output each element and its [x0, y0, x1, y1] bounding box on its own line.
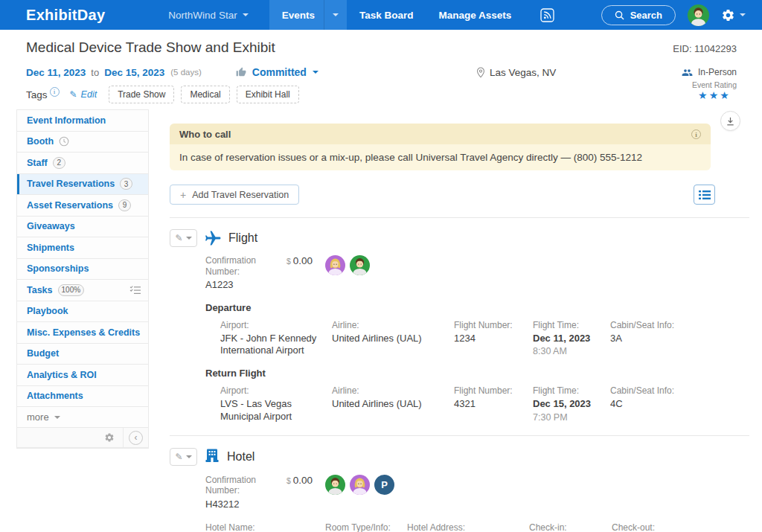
avatar-initial[interactable]: P [374, 475, 394, 495]
tab-task-board[interactable]: Task Board [347, 0, 426, 30]
workspace-name: NorthWind Star [168, 10, 237, 21]
sidebar-item-attachments[interactable]: Attachments [17, 386, 148, 408]
user-avatar[interactable] [688, 4, 709, 26]
field-value: LVS - Las Vegas Municipal Airport [220, 398, 321, 423]
avatar-woman[interactable] [325, 255, 345, 275]
sidebar-item-shipments[interactable]: Shipments [17, 237, 148, 259]
hotel-edit-button[interactable]: ✎ [170, 448, 197, 466]
info-icon[interactable]: i [50, 87, 60, 97]
list-view-button[interactable] [694, 185, 715, 205]
status-label: Committed [252, 66, 307, 78]
info-icon[interactable]: i [691, 129, 701, 139]
sidebar-settings-button[interactable] [104, 432, 115, 443]
confirmation-label: Confirmation Number: [205, 255, 286, 277]
currency-symbol: $ [286, 476, 291, 485]
search-button[interactable]: Search [601, 5, 676, 25]
end-date-link[interactable]: Dec 15, 2023 [104, 67, 164, 78]
feed-icon[interactable] [540, 0, 554, 30]
confirmation-label: Confirmation Number: [205, 475, 286, 496]
reservation-title: Hotel [227, 450, 254, 464]
checklist-icon[interactable] [129, 285, 141, 295]
sidebar-item-analytics-roi[interactable]: Analytics & ROI [17, 365, 148, 386]
sidebar-item-asset-reservations[interactable]: Asset Reservations 9 [17, 195, 148, 217]
start-date-link[interactable]: Dec 11, 2023 [26, 67, 86, 78]
add-travel-reservation-button[interactable]: + Add Travel Reservation [170, 185, 299, 205]
sidebar-footer: ‹ [17, 428, 148, 448]
workspace-selector[interactable]: NorthWind Star [168, 0, 248, 30]
field-label: Flight Time: [533, 385, 600, 397]
collapse-arrow-icon: ‹ [129, 431, 143, 445]
field-check-in: Check-in: Dec 11, 2023 2:30 PM [529, 522, 612, 532]
star-rating[interactable]: ★★★ [692, 89, 737, 102]
sidebar-item-misc-expenses[interactable]: Misc. Expenses & Credits [17, 322, 148, 344]
field-subvalue: 8:30 AM [533, 346, 600, 356]
field-flight-number: Flight Number: 4321 [454, 385, 533, 423]
sidebar-item-staff[interactable]: Staff 2 [17, 153, 148, 174]
more-label: more [27, 411, 49, 423]
sidebar-item-sponsorships[interactable]: Sponsorships [17, 259, 148, 281]
sidebar-item-label: Tasks [27, 285, 53, 295]
sidebar-collapse-button[interactable]: ‹ [123, 428, 148, 447]
sidebar-item-label: Analytics & ROI [27, 370, 97, 380]
progress-badge: 100% [58, 284, 85, 296]
field-label: Airline: [332, 320, 444, 331]
sidebar-item-event-information[interactable]: Event Information [17, 110, 148, 132]
field-flight-time: Flight Time: Dec 15, 2023 7:30 PM [533, 385, 610, 423]
confirmation-value: A1223 [205, 279, 286, 291]
avatar-woman[interactable] [350, 475, 370, 495]
sidebar-item-giveaways[interactable]: Giveaways [17, 217, 148, 238]
sidebar-item-label: Shipments [27, 243, 74, 253]
tab-events[interactable]: Events [269, 0, 324, 30]
field-label: Airport: [220, 320, 321, 331]
event-location: Las Vegas, NV [476, 67, 556, 78]
duration-label: (5 days) [170, 68, 202, 77]
field-value: 1234 [454, 333, 522, 344]
sidebar-more-toggle[interactable]: more [17, 407, 148, 428]
sidebar-item-booth[interactable]: Booth [17, 132, 148, 153]
avatar-man[interactable] [325, 475, 345, 495]
tab-manage-assets[interactable]: Manage Assets [426, 0, 524, 30]
event-header: Medical Device Trade Show and Exhibit EI… [0, 30, 762, 103]
traveler-avatars [325, 255, 370, 275]
status-dropdown[interactable]: Committed [236, 66, 318, 78]
chevron-down-icon [186, 237, 192, 240]
field-flight-time: Flight Time: Dec 11, 2023 8:30 AM [533, 320, 610, 357]
field-label: Hotel Name: [205, 522, 315, 532]
list-icon [699, 190, 711, 200]
edit-tags-link[interactable]: ✎ Edit [70, 89, 97, 100]
sidebar-item-label: Staff [27, 158, 48, 168]
app-logo[interactable]: ExhibitDay [26, 0, 105, 30]
sidebar-item-label: Asset Reservations [27, 200, 113, 211]
sidebar-item-playbook[interactable]: Playbook [17, 301, 148, 323]
tab-events-dropdown[interactable] [324, 0, 347, 30]
field-label: Flight Number: [454, 385, 522, 397]
count-badge: 2 [53, 157, 65, 169]
field-airline: Airline: United Airlines (UAL) [332, 320, 454, 357]
field-cabin-seat: Cabin/Seat Info: 4C [610, 385, 749, 423]
clock-icon [59, 136, 69, 147]
reservation-cost: $ 0.00 [286, 475, 325, 486]
field-value: Dec 11, 2023 [533, 333, 600, 344]
format-label: In-Person [698, 67, 737, 77]
field-label: Cabin/Seat Info: [610, 320, 739, 331]
flight-edit-button[interactable]: ✎ [170, 229, 197, 247]
count-badge: 9 [118, 199, 131, 211]
tag-chip: Medical [181, 86, 229, 103]
settings-menu[interactable] [721, 8, 746, 22]
avatar-man[interactable] [350, 255, 370, 275]
field-cabin-seat: Cabin/Seat Info: 3A [610, 320, 749, 357]
people-icon [681, 67, 694, 78]
plus-icon: + [180, 189, 186, 201]
sidebar-item-budget[interactable]: Budget [17, 344, 148, 365]
date-connector: to [91, 67, 99, 78]
download-button[interactable] [720, 111, 740, 131]
field-label: Cabin/Seat Info: [610, 385, 739, 397]
pencil-icon: ✎ [175, 233, 182, 243]
field-check-out: Check-out: Dec 15, 2023 12:00 PM [612, 522, 749, 532]
sidebar-item-tasks[interactable]: Tasks 100% [17, 280, 148, 301]
sidebar-item-label: Booth [27, 136, 54, 147]
sidebar-item-travel-reservations[interactable]: Travel Reservations 3 [17, 174, 148, 196]
banner-body: In case of reservation issues or a mix-u… [170, 144, 711, 170]
chevron-down-icon [333, 13, 339, 16]
field-value: Dec 15, 2023 [533, 398, 600, 410]
